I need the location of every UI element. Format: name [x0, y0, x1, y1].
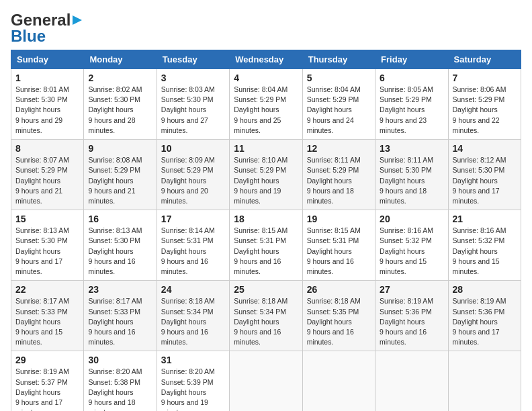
day-number: 9	[88, 143, 152, 154]
day-number: 16	[88, 214, 152, 224]
calendar-cell: 31Sunrise: 8:20 AMSunset: 5:39 PMDayligh…	[157, 351, 229, 411]
calendar-cell: 3Sunrise: 8:03 AMSunset: 5:30 PMDaylight…	[157, 69, 229, 140]
calendar-cell: 9Sunrise: 8:08 AMSunset: 5:29 PMDaylight…	[84, 140, 157, 210]
day-number: 6	[380, 73, 443, 83]
calendar-cell: 1Sunrise: 8:01 AMSunset: 5:30 PMDaylight…	[11, 69, 84, 140]
calendar-cell: 2Sunrise: 8:02 AMSunset: 5:30 PMDaylight…	[84, 69, 157, 140]
day-number: 15	[15, 214, 79, 224]
calendar-week-row: 29Sunrise: 8:19 AMSunset: 5:37 PMDayligh…	[11, 351, 521, 411]
calendar-week-row: 22Sunrise: 8:17 AMSunset: 5:33 PMDayligh…	[11, 281, 521, 351]
day-info: Sunrise: 8:18 AMSunset: 5:34 PMDaylight …	[234, 296, 298, 347]
calendar-week-row: 8Sunrise: 8:07 AMSunset: 5:29 PMDaylight…	[11, 140, 521, 210]
day-info: Sunrise: 8:19 AMSunset: 5:36 PMDaylight …	[380, 296, 443, 347]
day-info: Sunrise: 8:19 AMSunset: 5:37 PMDaylight …	[15, 367, 79, 411]
day-number: 10	[161, 143, 225, 154]
calendar-cell: 25Sunrise: 8:18 AMSunset: 5:34 PMDayligh…	[230, 281, 302, 351]
day-number: 8	[15, 143, 79, 154]
calendar-cell: 4Sunrise: 8:04 AMSunset: 5:29 PMDaylight…	[230, 69, 302, 140]
calendar-cell: 22Sunrise: 8:17 AMSunset: 5:33 PMDayligh…	[11, 281, 84, 351]
day-number: 23	[88, 284, 152, 295]
calendar-cell: 27Sunrise: 8:19 AMSunset: 5:36 PMDayligh…	[375, 281, 448, 351]
day-number: 29	[15, 355, 79, 365]
day-info: Sunrise: 8:17 AMSunset: 5:33 PMDaylight …	[88, 296, 152, 347]
weekday-header-monday: Monday	[84, 50, 157, 69]
day-info: Sunrise: 8:05 AMSunset: 5:29 PMDaylight …	[380, 85, 443, 136]
calendar-cell: 16Sunrise: 8:13 AMSunset: 5:30 PMDayligh…	[84, 210, 157, 281]
calendar-week-row: 15Sunrise: 8:13 AMSunset: 5:30 PMDayligh…	[11, 210, 521, 281]
calendar-cell	[230, 351, 302, 411]
day-info: Sunrise: 8:09 AMSunset: 5:29 PMDaylight …	[161, 155, 225, 206]
calendar-cell: 13Sunrise: 8:11 AMSunset: 5:30 PMDayligh…	[375, 140, 448, 210]
day-number: 27	[380, 284, 443, 295]
day-info: Sunrise: 8:04 AMSunset: 5:29 PMDaylight …	[307, 85, 371, 136]
day-info: Sunrise: 8:18 AMSunset: 5:34 PMDaylight …	[161, 296, 225, 347]
calendar-cell: 12Sunrise: 8:11 AMSunset: 5:29 PMDayligh…	[302, 140, 375, 210]
day-number: 2	[88, 73, 152, 83]
calendar-cell: 24Sunrise: 8:18 AMSunset: 5:34 PMDayligh…	[157, 281, 229, 351]
calendar-cell: 10Sunrise: 8:09 AMSunset: 5:29 PMDayligh…	[157, 140, 229, 210]
day-info: Sunrise: 8:13 AMSunset: 5:30 PMDaylight …	[15, 226, 79, 277]
logo: General Blue	[11, 11, 86, 46]
calendar-cell: 15Sunrise: 8:13 AMSunset: 5:30 PMDayligh…	[11, 210, 84, 281]
weekday-header-saturday: Saturday	[448, 50, 521, 69]
day-number: 7	[453, 73, 517, 83]
calendar-cell: 5Sunrise: 8:04 AMSunset: 5:29 PMDaylight…	[302, 69, 375, 140]
calendar-cell: 11Sunrise: 8:10 AMSunset: 5:29 PMDayligh…	[230, 140, 302, 210]
calendar-cell: 17Sunrise: 8:14 AMSunset: 5:31 PMDayligh…	[157, 210, 229, 281]
day-info: Sunrise: 8:18 AMSunset: 5:35 PMDaylight …	[307, 296, 371, 347]
calendar-cell: 26Sunrise: 8:18 AMSunset: 5:35 PMDayligh…	[302, 281, 375, 351]
calendar-cell: 6Sunrise: 8:05 AMSunset: 5:29 PMDaylight…	[375, 69, 448, 140]
calendar-table: SundayMondayTuesdayWednesdayThursdayFrid…	[11, 50, 521, 411]
day-info: Sunrise: 8:15 AMSunset: 5:31 PMDaylight …	[234, 226, 298, 277]
day-number: 14	[453, 143, 517, 154]
day-number: 31	[161, 355, 225, 365]
day-info: Sunrise: 8:11 AMSunset: 5:30 PMDaylight …	[380, 155, 443, 206]
day-info: Sunrise: 8:19 AMSunset: 5:36 PMDaylight …	[453, 296, 517, 347]
day-number: 26	[307, 284, 371, 295]
calendar-cell: 28Sunrise: 8:19 AMSunset: 5:36 PMDayligh…	[448, 281, 521, 351]
calendar-cell: 18Sunrise: 8:15 AMSunset: 5:31 PMDayligh…	[230, 210, 302, 281]
day-number: 25	[234, 284, 298, 295]
day-number: 30	[88, 355, 152, 365]
day-info: Sunrise: 8:15 AMSunset: 5:31 PMDaylight …	[307, 226, 371, 277]
day-info: Sunrise: 8:16 AMSunset: 5:32 PMDaylight …	[380, 226, 443, 277]
day-number: 17	[161, 214, 225, 224]
day-info: Sunrise: 8:12 AMSunset: 5:30 PMDaylight …	[453, 155, 517, 206]
calendar-cell: 30Sunrise: 8:20 AMSunset: 5:38 PMDayligh…	[84, 351, 157, 411]
calendar-cell: 29Sunrise: 8:19 AMSunset: 5:37 PMDayligh…	[11, 351, 84, 411]
day-info: Sunrise: 8:06 AMSunset: 5:29 PMDaylight …	[453, 85, 517, 136]
day-number: 20	[380, 214, 443, 224]
day-info: Sunrise: 8:14 AMSunset: 5:31 PMDaylight …	[161, 226, 225, 277]
calendar-cell: 19Sunrise: 8:15 AMSunset: 5:31 PMDayligh…	[302, 210, 375, 281]
day-info: Sunrise: 8:17 AMSunset: 5:33 PMDaylight …	[15, 296, 79, 347]
weekday-header-wednesday: Wednesday	[230, 50, 302, 69]
calendar-cell: 8Sunrise: 8:07 AMSunset: 5:29 PMDaylight…	[11, 140, 84, 210]
day-info: Sunrise: 8:20 AMSunset: 5:38 PMDaylight …	[88, 367, 152, 411]
day-number: 5	[307, 73, 371, 83]
day-number: 21	[453, 214, 517, 224]
day-info: Sunrise: 8:02 AMSunset: 5:30 PMDaylight …	[88, 85, 152, 136]
day-info: Sunrise: 8:16 AMSunset: 5:32 PMDaylight …	[453, 226, 517, 277]
day-number: 24	[161, 284, 225, 295]
calendar-cell: 21Sunrise: 8:16 AMSunset: 5:32 PMDayligh…	[448, 210, 521, 281]
calendar-cell: 23Sunrise: 8:17 AMSunset: 5:33 PMDayligh…	[84, 281, 157, 351]
day-info: Sunrise: 8:07 AMSunset: 5:29 PMDaylight …	[15, 155, 79, 206]
logo-arrow-icon	[71, 13, 86, 28]
calendar-cell	[302, 351, 375, 411]
weekday-header-thursday: Thursday	[302, 50, 375, 69]
calendar-week-row: 1Sunrise: 8:01 AMSunset: 5:30 PMDaylight…	[11, 69, 521, 140]
day-info: Sunrise: 8:13 AMSunset: 5:30 PMDaylight …	[88, 226, 152, 277]
day-number: 3	[161, 73, 225, 83]
day-number: 12	[307, 143, 371, 154]
day-info: Sunrise: 8:10 AMSunset: 5:29 PMDaylight …	[234, 155, 298, 206]
day-info: Sunrise: 8:04 AMSunset: 5:29 PMDaylight …	[234, 85, 298, 136]
day-number: 28	[453, 284, 517, 295]
calendar-cell: 20Sunrise: 8:16 AMSunset: 5:32 PMDayligh…	[375, 210, 448, 281]
day-number: 4	[234, 73, 298, 83]
weekday-header-tuesday: Tuesday	[157, 50, 229, 69]
page-header: General Blue	[11, 11, 521, 46]
svg-marker-0	[73, 15, 82, 25]
day-number: 1	[15, 73, 79, 83]
day-info: Sunrise: 8:08 AMSunset: 5:29 PMDaylight …	[88, 155, 152, 206]
weekday-header-friday: Friday	[375, 50, 448, 69]
